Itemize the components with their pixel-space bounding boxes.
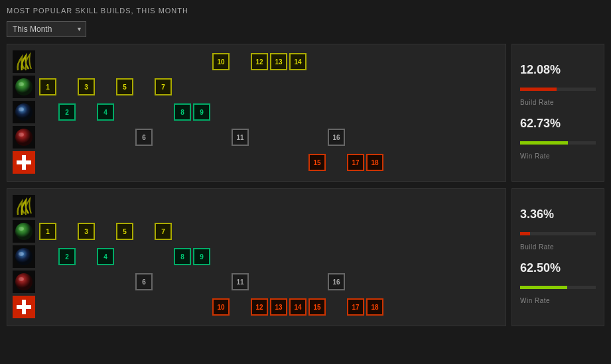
skill-row-2: 2489: [13, 245, 500, 269]
win-rate-bar: [520, 141, 596, 145]
skill-slot-8: 8: [174, 248, 191, 265]
build-grid-2: 1357 2489 61116: [7, 188, 506, 326]
svg-point-6: [19, 107, 24, 111]
skill-slot-5: 5: [116, 223, 133, 240]
svg-rect-0: [13, 50, 35, 73]
win-rate-label: Win Rate: [520, 297, 596, 304]
svg-point-2: [15, 78, 33, 95]
skill-slot-2: 2: [58, 103, 76, 121]
skill-slot-14: 14: [289, 53, 306, 70]
slots-row-0: [39, 196, 500, 216]
build-row-2: 1357 2489 61116: [7, 188, 604, 326]
svg-point-9: [19, 133, 24, 137]
skill-icon-red-orb: [13, 126, 35, 149]
skill-slot-17: 17: [347, 298, 364, 316]
svg-point-22: [19, 277, 24, 281]
skill-slot-13: 13: [270, 53, 287, 70]
skill-slot-18: 18: [366, 298, 383, 316]
svg-point-3: [19, 82, 24, 86]
svg-point-21: [15, 273, 33, 290]
stats-panel-2: 3.36%Build Rate62.50%Win Rate: [511, 188, 604, 326]
skill-slot-5: 5: [116, 78, 133, 95]
slots-row-1: 1357: [39, 221, 500, 241]
skill-row-2: 2489: [13, 100, 500, 124]
skill-row-4: 151718: [13, 151, 500, 174]
skill-slot-16: 16: [328, 129, 345, 146]
win-rate-label: Win Rate: [520, 152, 596, 160]
svg-rect-13: [13, 195, 35, 217]
slots-row-1: 1357: [39, 77, 500, 97]
skill-icon-blue-orb: [13, 245, 35, 268]
slots-row-4: 10121314151718: [39, 297, 500, 317]
win-rate-value: 62.50%: [520, 261, 596, 275]
skill-slot-13: 13: [270, 298, 287, 316]
time-filter-dropdown[interactable]: This Month Last Month All Time: [7, 21, 86, 37]
skill-slot-16: 16: [328, 273, 345, 290]
build-rate-label: Build Rate: [520, 99, 596, 106]
skill-icon-red-orb: [13, 271, 35, 293]
skill-row-3: 61116: [13, 125, 500, 149]
skill-slot-15: 15: [308, 154, 326, 171]
svg-rect-25: [17, 305, 31, 309]
svg-point-8: [15, 129, 33, 146]
slots-row-0: 10121314: [39, 52, 500, 72]
win-rate-bar: [520, 286, 596, 289]
time-filter-dropdown-container[interactable]: This Month Last Month All Time: [7, 21, 86, 37]
skill-slot-2: 2: [58, 248, 76, 265]
svg-point-16: [19, 227, 24, 231]
skill-row-4: 10121314151718: [13, 295, 500, 319]
builds-container: 10121314 1357 2489: [0, 44, 611, 326]
win-rate-value: 62.73%: [520, 117, 596, 131]
skill-slot-14: 14: [289, 298, 306, 316]
skill-slot-3: 3: [78, 78, 95, 95]
skill-slot-1: 1: [39, 223, 56, 240]
skill-icon-claw: [13, 195, 35, 217]
skill-slot-7: 7: [155, 223, 172, 240]
skill-slot-8: 8: [174, 103, 191, 121]
skill-slot-9: 9: [193, 103, 210, 121]
build-row-1: 10121314 1357 2489: [7, 44, 604, 182]
slots-row-3: 61116: [39, 272, 500, 292]
svg-rect-12: [17, 160, 31, 164]
slots-row-2: 2489: [39, 247, 500, 267]
skill-slot-10: 10: [212, 53, 230, 70]
skill-icon-green-orb: [13, 76, 35, 98]
build-grid-1: 10121314 1357 2489: [7, 44, 506, 182]
slots-row-4: 151718: [39, 152, 500, 172]
skill-row-1: 1357: [13, 75, 500, 99]
skill-row-0: [13, 194, 500, 218]
skill-slot-4: 4: [97, 103, 114, 121]
skill-slot-4: 4: [97, 248, 114, 265]
svg-point-15: [15, 223, 33, 240]
skill-row-3: 61116: [13, 270, 500, 294]
stats-panel-1: 12.08%Build Rate62.73%Win Rate: [511, 44, 604, 182]
skill-icon-cross: [13, 296, 35, 318]
skill-icon-green-orb: [13, 220, 35, 243]
skill-slot-9: 9: [193, 248, 210, 265]
build-rate-value: 12.08%: [520, 63, 596, 77]
skill-slot-7: 7: [155, 78, 172, 95]
build-rate-value: 3.36%: [520, 208, 596, 221]
build-rate-label: Build Rate: [520, 243, 596, 251]
skill-slot-3: 3: [78, 223, 95, 240]
skill-icon-blue-orb: [13, 101, 35, 123]
skill-slot-1: 1: [39, 78, 56, 95]
build-rate-bar: [520, 232, 596, 235]
skill-slot-15: 15: [308, 298, 326, 316]
svg-point-19: [19, 252, 24, 256]
slots-row-3: 61116: [39, 127, 500, 147]
svg-point-18: [15, 248, 33, 265]
skill-row-1: 1357: [13, 219, 500, 243]
slots-row-2: 2489: [39, 102, 500, 122]
skill-icon-claw: [13, 50, 35, 73]
skill-slot-12: 12: [251, 298, 268, 316]
skill-slot-12: 12: [251, 53, 268, 70]
skill-slot-18: 18: [366, 154, 383, 171]
page-title: MOST POPULAR SKILL BUILDS, THIS MONTH: [0, 0, 611, 19]
build-rate-bar: [520, 88, 596, 91]
skill-slot-6: 6: [135, 129, 153, 146]
skill-row-0: 10121314: [13, 50, 500, 74]
skill-slot-11: 11: [232, 129, 249, 146]
skill-slot-6: 6: [135, 273, 153, 290]
svg-point-5: [15, 103, 33, 121]
